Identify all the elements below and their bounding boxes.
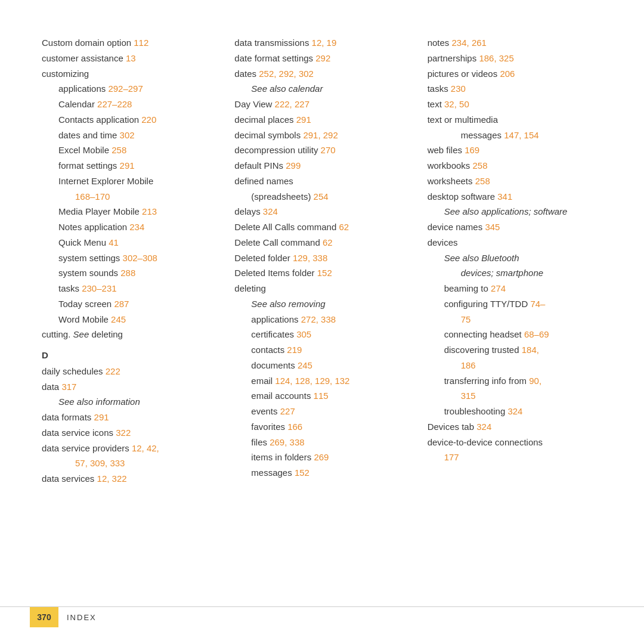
entry-dates-time: dates and time 302 xyxy=(58,128,216,143)
entry-del-certificates: certificates 305 xyxy=(251,327,409,342)
link-222-227: 222, 227 xyxy=(275,99,309,109)
entry-tasks-del: tasks 230 xyxy=(428,82,602,97)
link-245a: 245 xyxy=(111,314,126,324)
page-number: 370 xyxy=(30,607,58,627)
link-292-297: 292–297 xyxy=(108,83,143,94)
link-299: 299 xyxy=(286,160,301,171)
see-text: See xyxy=(73,329,89,339)
entry-contacts-app: Contacts application 220 xyxy=(58,113,216,128)
entry-device-names: device names 345 xyxy=(428,220,602,235)
entry-customer-assistance: customer assistance 13 xyxy=(42,51,216,66)
entry-messages-del: messages 147, 154 xyxy=(461,128,602,143)
link-129-338: 129, 338 xyxy=(293,253,327,263)
link-227-228: 227–228 xyxy=(97,99,132,109)
link-269: 269 xyxy=(314,452,329,462)
entry-decimal-places: decimal places 291 xyxy=(234,113,409,128)
link-291b: 291 xyxy=(94,412,109,422)
section-d: D xyxy=(42,348,216,363)
link-220: 220 xyxy=(141,114,156,125)
entry-deleted-items: Deleted Items folder 152 xyxy=(234,266,409,281)
link-322a: 322 xyxy=(116,428,131,438)
entry-data-transmissions: data transmissions 12, 19 xyxy=(234,36,409,51)
link-184: 184, xyxy=(522,345,539,355)
link-62b: 62 xyxy=(323,237,333,247)
entry-deleted-folder: Deleted folder 129, 338 xyxy=(234,251,409,266)
entry-data-services: data services 12, 322 xyxy=(42,472,216,487)
entry-cutting: cutting. See deleting xyxy=(42,327,216,342)
link-152b: 152 xyxy=(295,467,309,478)
link-302: 302 xyxy=(120,130,135,140)
link-68-69: 68–69 xyxy=(524,329,549,339)
link-13: 13 xyxy=(126,53,136,63)
entry-notes: notes 234, 261 xyxy=(428,36,602,51)
entry-worksheets: worksheets 258 xyxy=(428,174,602,189)
link-112: 112 xyxy=(134,38,148,48)
entry-delays: delays 324 xyxy=(234,205,409,219)
entry-del-favorites: favorites 166 xyxy=(251,420,409,435)
link-302-308: 302–308 xyxy=(123,253,157,263)
link-152a: 152 xyxy=(317,268,332,278)
entry-defined-names: defined names xyxy=(234,174,409,189)
link-291c: 291 xyxy=(296,114,311,125)
entry-dates: dates 252, 292, 302 xyxy=(234,67,409,82)
link-147-154: 147, 154 xyxy=(504,130,538,140)
entry-configuring-tty: configuring TTY/TDD 74– xyxy=(444,297,602,312)
entry-decimal-symbols: decimal symbols 291, 292 xyxy=(234,128,409,143)
entry-del-items-folders: items in folders 269 xyxy=(251,450,409,465)
link-32-50: 32, 50 xyxy=(444,99,469,109)
entry-del-messages: messages 152 xyxy=(251,466,409,481)
entry-deleting: deleting xyxy=(234,281,409,296)
entry-partnerships: partnerships 186, 325 xyxy=(428,51,602,66)
entry-calendar: Calendar 227–228 xyxy=(58,97,216,112)
link-305: 305 xyxy=(296,329,311,339)
entry-del-email-accounts: email accounts 115 xyxy=(251,389,409,404)
link-75: 75 xyxy=(461,314,471,324)
link-292a: 292 xyxy=(315,53,330,63)
link-315: 315 xyxy=(461,391,476,401)
entry-data-service-providers: data service providers 12, 42, xyxy=(42,441,216,456)
link-186-325: 186, 325 xyxy=(479,53,513,63)
entry-devices: devices xyxy=(428,236,602,250)
link-341: 341 xyxy=(497,191,512,202)
entry-custom-domain: Custom domain option 112 xyxy=(42,36,216,51)
link-12-322: 12, 322 xyxy=(97,473,127,484)
entry-delete-all-calls: Delete All Calls command 62 xyxy=(234,220,409,235)
link-234-261: 234, 261 xyxy=(452,38,487,48)
link-274: 274 xyxy=(491,283,506,293)
link-177: 177 xyxy=(444,452,459,462)
entry-ie-pages: 168–170 xyxy=(75,190,216,205)
entry-del-contacts: contacts 219 xyxy=(251,343,409,358)
link-254: 254 xyxy=(314,191,329,202)
link-258a: 258 xyxy=(112,145,126,155)
link-291a: 291 xyxy=(120,160,135,171)
entry-pictures-videos: pictures or videos 206 xyxy=(428,67,602,82)
entry-text-multimedia: text or multimedia xyxy=(428,113,602,128)
link-230-231: 230–231 xyxy=(82,283,116,293)
entry-system-sounds: system sounds 288 xyxy=(58,266,216,281)
link-287: 287 xyxy=(114,299,129,309)
entry-see-also-bt: See also Bluetooth xyxy=(444,251,602,266)
link-186b: 186 xyxy=(461,360,476,370)
entry-excel-mobile: Excel Mobile 258 xyxy=(58,143,216,158)
column-2: data transmissions 12, 19 date format se… xyxy=(234,36,427,572)
entry-format-settings: format settings 291 xyxy=(58,159,216,174)
link-324c: 324 xyxy=(476,422,491,432)
link-219: 219 xyxy=(287,345,302,355)
entry-troubleshooting: troubleshooting 324 xyxy=(444,404,602,419)
entry-transferring-info: transferring info from 90, xyxy=(444,374,602,389)
entry-default-pins: default PINs 299 xyxy=(234,159,409,174)
link-324b: 324 xyxy=(507,406,522,416)
entry-applications: applications 292–297 xyxy=(58,82,216,97)
entry-see-also-removing: See also removing xyxy=(251,297,409,312)
entry-data-service-icons: data service icons 322 xyxy=(42,426,216,441)
link-230b: 230 xyxy=(451,83,466,94)
entry-discovering-cont: 186 xyxy=(461,358,602,373)
index-page: Custom domain option 112 customer assist… xyxy=(0,0,644,644)
link-41: 41 xyxy=(109,237,119,247)
entry-workbooks: workbooks 258 xyxy=(428,159,602,174)
entry-day-view: Day View 222, 227 xyxy=(234,97,409,112)
entry-word-mobile: Word Mobile 245 xyxy=(58,312,216,327)
link-74: 74– xyxy=(530,299,545,309)
link-62a: 62 xyxy=(339,222,349,232)
link-324a: 324 xyxy=(263,206,278,216)
